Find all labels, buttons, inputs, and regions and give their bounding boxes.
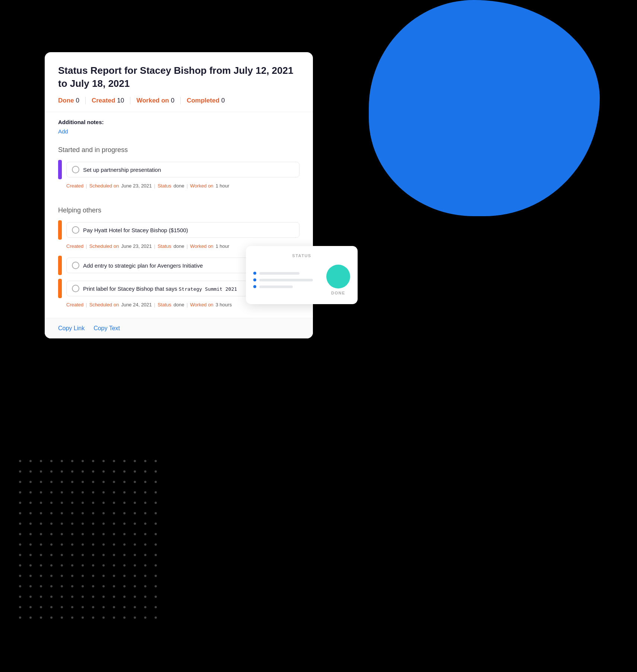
dot-decoration [40,606,42,608]
dot-decoration [61,616,63,619]
task-text-mono: Strategy Summit 2021 [179,286,237,292]
dot-decoration [29,564,32,567]
copy-text-button[interactable]: Copy Text [94,325,120,332]
dot-decoration [155,502,157,504]
dot-decoration [102,502,105,504]
dot-decoration [82,585,84,587]
dot-decoration [29,554,32,556]
copy-link-button[interactable]: Copy Link [58,325,85,332]
dot-decoration [61,481,63,483]
dot-decoration [19,491,21,493]
dot-decoration [113,481,115,483]
dot-decoration [102,512,105,514]
dot-decoration [102,585,105,587]
task-item-pay-hotel: Pay Hyatt Hotel for Stacey Bishop ($1500… [58,220,300,240]
dot-decoration [134,470,136,473]
task-circle-3 [72,262,79,269]
dot-decoration [123,491,126,493]
dot-decoration [82,575,84,577]
dot-decoration [102,543,105,546]
dot-decoration [144,606,146,608]
meta-worked-on-value-2: 1 hour [216,243,229,249]
dot-decoration [19,596,21,598]
dot-decoration [92,596,94,598]
dot-decoration [40,470,42,473]
dot-decoration [155,543,157,546]
dot-decoration [19,543,21,546]
dot-decoration [113,616,115,619]
dot-decoration [123,470,126,473]
dot-decoration [82,491,84,493]
dot-decoration [50,554,53,556]
meta-status-label-2: Status [158,243,171,249]
meta-worked-on-value-4: 3 hours [216,302,232,307]
dot-decoration [61,470,63,473]
task-box[interactable]: Set up partnership presentation [66,162,300,177]
dot-decoration [29,533,32,535]
dot-decoration [92,481,94,483]
dot-decoration [92,512,94,514]
dot-decoration [29,491,32,493]
dot-decoration [113,491,115,493]
meta-scheduled-date-2: June 23, 2021 [121,243,152,249]
meta-scheduled-label-4: Scheduled on [89,302,119,307]
dot-decoration [50,502,53,504]
dot-decoration [102,606,105,608]
dot-decoration [134,543,136,546]
dot-decoration [123,575,126,577]
meta-created: Created [66,183,83,189]
dot-decoration [102,554,105,556]
section-title-started: Started and in progress [58,146,300,154]
dot-decoration [134,616,136,619]
task-color-bar-purple [58,160,62,179]
dot-decoration [144,523,146,525]
dot-decoration [40,554,42,556]
dot-decoration [144,481,146,483]
dot-decoration [134,564,136,567]
dot-decoration [113,554,115,556]
dot-decoration [134,491,136,493]
add-notes-link[interactable]: Add [58,128,68,135]
dot-decoration [40,596,42,598]
dot-decoration [123,616,126,619]
dot-decoration [40,523,42,525]
dot-decoration [50,491,53,493]
dot-decoration [92,533,94,535]
dot-decoration [40,460,42,462]
additional-notes-section: Additional notes: Add [45,112,313,139]
dot-decoration [144,512,146,514]
dot-decoration [50,543,53,546]
dot-decoration [92,543,94,546]
task-color-bar-orange-2 [58,256,62,275]
status-line-row-2 [253,278,320,281]
dot-decoration [71,502,73,504]
task-circle-4 [72,285,79,292]
meta-scheduled-date: June 23, 2021 [121,183,152,189]
dot-decoration [155,491,157,493]
stat-completed: Completed 0 [181,97,231,104]
dot-decoration [102,523,105,525]
dot-decoration [29,575,32,577]
stats-row: Done 0 Created 10 Worked on 0 Completed … [58,97,300,104]
dot-decoration [155,616,157,619]
task-box-pay-hotel[interactable]: Pay Hyatt Hotel for Stacey Bishop ($1500… [66,222,300,238]
dot-decoration [19,533,21,535]
stat-done-value: 0 [76,97,79,104]
dot-decoration [92,606,94,608]
dot-decoration [29,596,32,598]
dot-decoration [61,543,63,546]
dot-decoration [82,596,84,598]
dot-decoration [61,512,63,514]
status-dot-2 [253,278,256,281]
dot-decoration [134,512,136,514]
dot-decoration [144,491,146,493]
dot-decoration [92,460,94,462]
dot-decoration [155,554,157,556]
dot-decoration [113,523,115,525]
dot-decoration [82,606,84,608]
dot-decoration [71,575,73,577]
dot-decoration [71,533,73,535]
dot-decoration [40,585,42,587]
dot-decoration [40,533,42,535]
dot-decoration [61,585,63,587]
